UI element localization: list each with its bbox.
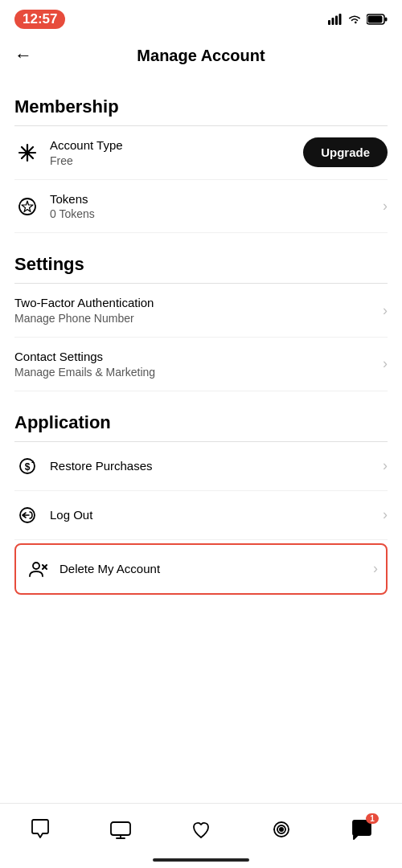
- svg-rect-5: [368, 16, 383, 23]
- svg-rect-0: [328, 20, 330, 25]
- delete-account-chevron: ›: [373, 560, 378, 577]
- delete-account-left: Delete My Account: [24, 556, 160, 582]
- membership-section-title: Membership: [14, 96, 388, 117]
- svg-rect-19: [111, 822, 130, 835]
- svg-rect-1: [332, 18, 334, 25]
- radio-icon: [269, 817, 293, 841]
- tokens-title: Tokens: [50, 191, 95, 207]
- status-time: 12:57: [14, 10, 65, 29]
- account-type-title: Account Type: [50, 137, 123, 154]
- star-icon: [14, 194, 40, 219]
- page-title: Manage Account: [137, 47, 265, 65]
- restore-purchases-chevron: ›: [383, 457, 388, 474]
- account-type-item[interactable]: Account Type Free Upgrade: [14, 126, 388, 180]
- home-bar: [153, 858, 249, 862]
- nav-item-likes[interactable]: [181, 813, 221, 845]
- svg-text:$: $: [25, 461, 31, 473]
- home-indicator: [0, 852, 402, 868]
- two-factor-subtitle: Manage Phone Number: [14, 311, 154, 326]
- delete-account-item[interactable]: Delete My Account ›: [16, 545, 386, 593]
- svg-point-16: [33, 563, 39, 569]
- delete-account-text: Delete My Account: [59, 561, 160, 577]
- nav-item-browse[interactable]: [100, 813, 141, 845]
- account-type-subtitle: Free: [50, 154, 123, 168]
- asterisk-icon: [14, 140, 40, 166]
- contact-settings-chevron: ›: [383, 355, 388, 372]
- tokens-left: Tokens 0 Tokens: [14, 191, 95, 222]
- contact-settings-title: Contact Settings: [14, 349, 155, 365]
- nav-item-messages[interactable]: 1: [342, 813, 382, 845]
- svg-rect-3: [339, 14, 342, 25]
- account-type-text: Account Type Free: [50, 137, 123, 168]
- header: ← Manage Account: [0, 35, 402, 82]
- tokens-text: Tokens 0 Tokens: [50, 191, 95, 222]
- contact-settings-subtitle: Manage Emails & Marketing: [14, 365, 155, 379]
- logout-item[interactable]: Log Out ›: [14, 491, 388, 540]
- tokens-subtitle: 0 Tokens: [50, 207, 95, 221]
- restore-purchases-left: $ Restore Purchases: [14, 453, 153, 479]
- delete-account-title: Delete My Account: [59, 561, 160, 577]
- restore-purchases-text: Restore Purchases: [50, 458, 153, 474]
- status-bar: 12:57: [0, 0, 402, 35]
- heart-icon: [189, 817, 213, 841]
- logout-left: Log Out: [14, 502, 92, 528]
- two-factor-item[interactable]: Two-Factor Authentication Manage Phone N…: [14, 284, 388, 338]
- signal-icon: [328, 14, 343, 25]
- contact-settings-text: Contact Settings Manage Emails & Marketi…: [14, 349, 155, 379]
- gap2: [14, 391, 388, 398]
- messages-badge: 1: [366, 813, 379, 824]
- restore-icon: $: [14, 453, 40, 479]
- two-factor-text: Two-Factor Authentication Manage Phone N…: [14, 295, 154, 326]
- wifi-icon: [347, 14, 362, 25]
- back-button[interactable]: ←: [14, 42, 39, 69]
- nav-item-discover[interactable]: [261, 813, 302, 845]
- content: Membership Account Type Free Upgrade: [0, 82, 402, 700]
- svg-rect-6: [385, 18, 388, 22]
- two-factor-title: Two-Factor Authentication: [14, 295, 154, 311]
- restore-purchases-item[interactable]: $ Restore Purchases ›: [14, 442, 388, 491]
- tv-icon: [109, 817, 133, 841]
- svg-point-22: [279, 827, 284, 832]
- tokens-item[interactable]: Tokens 0 Tokens ›: [14, 180, 388, 234]
- delete-account-wrapper: Delete My Account ›: [14, 543, 388, 595]
- settings-section-title: Settings: [14, 254, 388, 275]
- logout-title: Log Out: [50, 507, 92, 523]
- account-type-left: Account Type Free: [14, 137, 123, 168]
- contact-settings-item[interactable]: Contact Settings Manage Emails & Marketi…: [14, 338, 388, 391]
- spacer: [0, 700, 402, 803]
- nav-item-cards[interactable]: [20, 813, 60, 845]
- upgrade-button[interactable]: Upgrade: [303, 137, 388, 167]
- battery-icon: [367, 14, 388, 25]
- two-factor-chevron: ›: [383, 302, 388, 319]
- svg-rect-2: [335, 16, 338, 26]
- restore-purchases-title: Restore Purchases: [50, 458, 153, 474]
- bottom-nav: 1: [0, 803, 402, 852]
- application-section-title: Application: [14, 412, 388, 433]
- logout-icon: [14, 502, 40, 528]
- logout-chevron: ›: [383, 506, 388, 523]
- status-icons: [328, 14, 388, 25]
- logout-text: Log Out: [50, 507, 92, 523]
- svg-marker-12: [22, 201, 33, 212]
- tokens-chevron: ›: [383, 198, 388, 215]
- delete-account-icon: [24, 556, 50, 582]
- gap1: [14, 233, 388, 240]
- chat-bubble-icon: [28, 817, 52, 841]
